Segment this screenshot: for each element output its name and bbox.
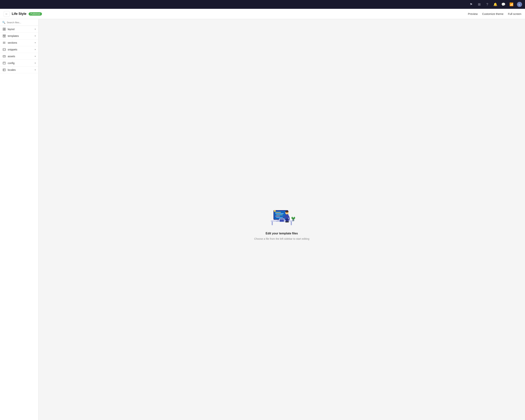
- snippets-icon: [3, 48, 6, 51]
- svg-rect-33: [280, 219, 284, 222]
- header-right: Preview Customize theme Full screen: [468, 12, 521, 15]
- chevron-down-icon: ▾: [35, 35, 36, 37]
- svg-rect-26: [275, 216, 280, 216]
- search-input[interactable]: [7, 21, 36, 24]
- svg-point-41: [294, 217, 295, 219]
- svg-point-37: [287, 221, 289, 222]
- content-area: Edit your template files Choose a file f…: [38, 19, 525, 420]
- sidebar-item-sections[interactable]: sections ▾: [0, 39, 38, 46]
- sidebar: 🔍 layout ▾: [0, 19, 38, 420]
- sidebar-item-assets-label: assets: [8, 55, 15, 58]
- flag-icon[interactable]: ⚑: [469, 2, 474, 7]
- svg-point-40: [291, 217, 293, 219]
- sidebar-item-config[interactable]: config ▾: [0, 60, 38, 67]
- sidebar-item-layout-label: layout: [8, 28, 14, 31]
- sidebar-item-layout[interactable]: layout ▾: [0, 26, 38, 33]
- empty-state: Edit your template files Choose a file f…: [254, 199, 309, 240]
- chevron-down-icon: ▾: [35, 62, 36, 64]
- chevron-down-icon: ▾: [35, 28, 36, 30]
- header-left: ← Life Style Published: [4, 11, 468, 17]
- published-badge: Published: [28, 12, 42, 16]
- empty-state-subtitle: Choose a file from the left sidebar to s…: [254, 237, 309, 240]
- wifi-icon[interactable]: 📶: [509, 2, 514, 7]
- svg-rect-5: [3, 36, 4, 37]
- svg-rect-6: [4, 36, 6, 37]
- customize-theme-button[interactable]: Customize theme: [482, 12, 504, 15]
- svg-point-42: [274, 210, 276, 212]
- svg-rect-4: [3, 35, 6, 35]
- header: ← Life Style Published Preview Customize…: [0, 9, 525, 19]
- page-title: Life Style: [12, 12, 26, 16]
- search-icon: 🔍: [2, 21, 5, 24]
- avatar[interactable]: L: [517, 2, 522, 7]
- sidebar-item-templates[interactable]: templates ▾: [0, 33, 38, 39]
- full-screen-button[interactable]: Full screen: [508, 12, 521, 15]
- svg-rect-27: [276, 217, 284, 218]
- templates-icon: [3, 35, 6, 38]
- sections-icon: [3, 41, 6, 44]
- svg-rect-3: [4, 29, 6, 30]
- sidebar-item-assets[interactable]: assets ▾: [0, 53, 38, 60]
- sidebar-item-snippets-label: snippets: [8, 48, 17, 51]
- sidebar-item-locales[interactable]: locales ▾: [0, 67, 38, 73]
- chevron-down-icon: ▾: [35, 48, 36, 51]
- svg-rect-16: [291, 221, 292, 225]
- back-button[interactable]: ←: [4, 11, 9, 17]
- assets-icon: [3, 55, 6, 58]
- sidebar-item-config-label: config: [8, 62, 14, 65]
- svg-rect-23: [275, 212, 281, 213]
- svg-rect-13: [3, 69, 6, 71]
- svg-point-31: [285, 211, 289, 213]
- help-icon[interactable]: ?: [485, 2, 490, 7]
- chevron-down-icon: ▾: [35, 55, 36, 57]
- sidebar-item-sections-label: sections: [8, 41, 17, 44]
- sidebar-item-snippets[interactable]: snippets ▾: [0, 46, 38, 53]
- main-area: 🔍 layout ▾: [0, 19, 525, 420]
- empty-state-title: Edit your template files: [266, 232, 298, 235]
- svg-rect-24: [275, 213, 284, 214]
- search-box[interactable]: 🔍: [0, 19, 38, 26]
- store-icon[interactable]: ⊞: [477, 2, 482, 7]
- bell-icon[interactable]: 🔔: [493, 2, 498, 7]
- svg-rect-25: [276, 215, 283, 215]
- chat-icon[interactable]: 💬: [501, 2, 506, 7]
- config-icon: [3, 62, 6, 65]
- svg-rect-2: [3, 29, 4, 30]
- sidebar-item-templates-label: templates: [8, 35, 19, 38]
- svg-point-9: [3, 43, 3, 44]
- illustration: [265, 199, 298, 228]
- svg-point-7: [3, 42, 3, 42]
- svg-rect-0: [3, 28, 4, 29]
- locales-icon: [3, 68, 6, 71]
- svg-point-29: [285, 214, 289, 219]
- svg-rect-15: [272, 221, 273, 225]
- svg-rect-1: [4, 28, 6, 29]
- preview-button[interactable]: Preview: [468, 12, 478, 15]
- svg-point-8: [3, 43, 3, 43]
- chevron-down-icon: ▾: [35, 69, 36, 71]
- sidebar-item-locales-label: locales: [8, 68, 16, 71]
- layout-icon: [3, 28, 6, 31]
- chevron-down-icon: ▾: [35, 41, 36, 44]
- top-navbar: ⚑ ⊞ ? 🔔 💬 📶 L: [0, 0, 525, 9]
